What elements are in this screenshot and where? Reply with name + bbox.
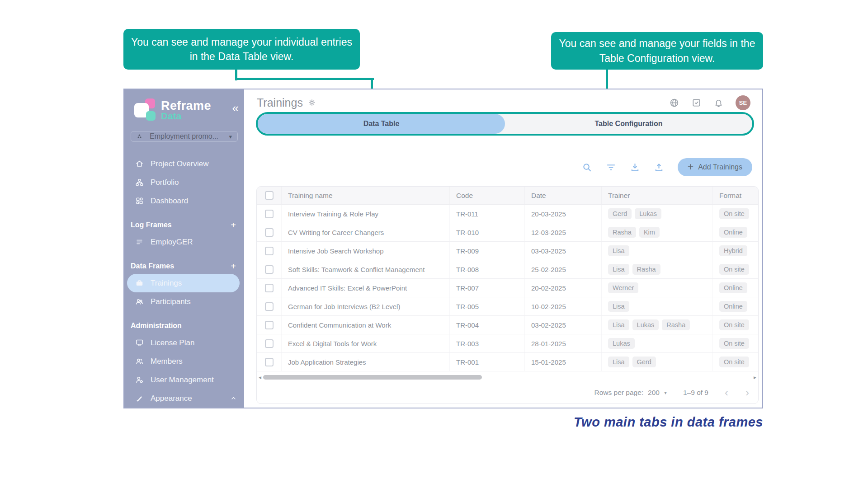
briefcase-icon xyxy=(135,279,144,287)
row-checkbox-cell xyxy=(257,260,281,278)
row-checkbox-cell xyxy=(257,242,281,260)
tab-data-table[interactable]: Data Table xyxy=(258,114,505,134)
row-checkbox[interactable] xyxy=(265,284,274,292)
main-header: Trainings SE xyxy=(244,89,762,111)
download-icon[interactable] xyxy=(630,162,640,173)
filter-icon[interactable] xyxy=(606,162,616,173)
horizontal-scrollbar[interactable]: ◂ ▸ xyxy=(259,374,756,381)
table-row[interactable]: Advanced IT Skills: Excel & PowerPoint T… xyxy=(257,279,758,297)
sidebar-item-trainings[interactable]: Trainings xyxy=(127,274,240,292)
sidebar-item-label: Portfolio xyxy=(151,178,179,187)
table-header-row: Training name Code Date Trainer Format xyxy=(257,187,758,205)
pagination-controls: ‹ › xyxy=(725,387,749,398)
scroll-left-icon[interactable]: ◂ xyxy=(259,374,261,381)
callout-table-configuration: You can see and manage your fields in th… xyxy=(551,32,763,70)
sidebar-item-portfolio[interactable]: Portfolio xyxy=(124,173,244,192)
table-row[interactable]: Confident Communication at Work TR-004 0… xyxy=(257,316,758,334)
rows-per-page-value[interactable]: 200 xyxy=(648,389,660,397)
sidebar-item-members[interactable]: Members xyxy=(124,352,244,371)
cell-training-name: Job Application Strategies xyxy=(281,353,449,371)
cell-training-name: Advanced IT Skills: Excel & PowerPoint xyxy=(281,279,449,297)
row-checkbox[interactable] xyxy=(265,210,274,218)
row-checkbox-cell xyxy=(257,223,281,241)
row-checkbox[interactable] xyxy=(265,302,274,311)
sidebar-item-dashboard[interactable]: Dashboard xyxy=(124,192,244,210)
next-page-icon[interactable]: › xyxy=(745,387,749,398)
connector-line xyxy=(235,78,374,80)
col-code: Code xyxy=(449,187,524,204)
cell-trainer: Lisa xyxy=(601,297,712,315)
row-checkbox[interactable] xyxy=(265,228,274,237)
sidebar-collapse-icon[interactable]: « xyxy=(232,102,239,114)
sidebar-item-license-plan[interactable]: License Plan xyxy=(124,333,244,352)
cell-format: Online xyxy=(712,297,758,315)
add-trainings-button[interactable]: + Add Trainings xyxy=(678,158,752,176)
select-all-checkbox[interactable] xyxy=(265,191,274,200)
cell-format: Online xyxy=(712,279,758,297)
globe-icon[interactable] xyxy=(669,98,679,108)
cell-date: 20-03-2025 xyxy=(524,205,601,223)
cell-code: TR-009 xyxy=(449,242,524,260)
tab-table-configuration[interactable]: Table Configuration xyxy=(505,114,752,134)
monitor-icon xyxy=(135,338,144,347)
cell-date: 10-02-2025 xyxy=(524,297,601,315)
sidebar-item-participants[interactable]: Participants xyxy=(124,292,244,311)
scrollbar-thumb[interactable] xyxy=(263,375,482,380)
chevron-up-icon[interactable] xyxy=(230,395,237,402)
user-gear-icon xyxy=(135,375,144,384)
caret-down-icon[interactable]: ▾ xyxy=(664,389,667,396)
trainer-chip: Gerd xyxy=(632,357,656,367)
trainer-chip: Lisa xyxy=(608,245,629,256)
row-checkbox[interactable] xyxy=(265,321,274,329)
logo-wordmark: Reframe Data xyxy=(161,100,211,121)
sidebar-item-employger[interactable]: EmployGER xyxy=(124,233,244,251)
bell-icon[interactable] xyxy=(713,98,724,108)
members-icon xyxy=(135,357,144,366)
search-icon[interactable] xyxy=(582,162,592,173)
row-checkbox[interactable] xyxy=(265,265,274,274)
format-chip: Hybrid xyxy=(719,245,747,256)
upload-icon[interactable] xyxy=(654,162,664,173)
sidebar-item-label: Members xyxy=(151,357,183,366)
table-row[interactable]: Interview Training & Role Play TR-011 20… xyxy=(257,205,758,223)
tasks-check-icon[interactable] xyxy=(691,98,702,108)
cell-format: Online xyxy=(712,223,758,241)
format-chip: On site xyxy=(719,357,749,367)
row-checkbox[interactable] xyxy=(265,358,274,366)
table-row[interactable]: Intensive Job Search Workshop TR-009 03-… xyxy=(257,242,758,260)
project-dots-icon xyxy=(137,133,144,141)
project-selector[interactable]: Employment promo... ▾ xyxy=(131,131,238,142)
data-table-panel: Training name Code Date Trainer Format I… xyxy=(256,186,759,404)
cell-date: 12-03-2025 xyxy=(524,223,601,241)
col-training-name: Training name xyxy=(281,187,449,204)
trainer-chip: Lukas xyxy=(632,319,659,330)
table-row[interactable]: Job Application Strategies TR-001 15-01-… xyxy=(257,353,758,371)
sidebar-item-appearance[interactable]: Appearance xyxy=(124,389,244,408)
scroll-right-icon[interactable]: ▸ xyxy=(754,374,756,381)
cell-date: 03-03-2025 xyxy=(524,242,601,260)
brush-icon xyxy=(135,394,144,403)
row-checkbox[interactable] xyxy=(265,339,274,348)
table-row[interactable]: Excel & Digital Tools for Work TR-003 28… xyxy=(257,334,758,353)
cell-code: TR-003 xyxy=(449,334,524,352)
cell-training-name: Soft Skills: Teamwork & Conflict Managem… xyxy=(281,260,449,278)
table-row[interactable]: Soft Skills: Teamwork & Conflict Managem… xyxy=(257,260,758,279)
trainer-chip: Rasha xyxy=(632,264,660,275)
add-log-frame-button[interactable]: + xyxy=(231,221,236,230)
cell-format: On site xyxy=(712,353,758,371)
add-data-frame-button[interactable]: + xyxy=(231,262,236,271)
previous-page-icon[interactable]: ‹ xyxy=(725,387,728,398)
people-icon xyxy=(135,297,144,306)
cell-training-name: Interview Training & Role Play xyxy=(281,205,449,223)
sidebar-item-project-overview[interactable]: Project Overview xyxy=(124,155,244,173)
table-row[interactable]: CV Writing for Career Changers TR-010 12… xyxy=(257,223,758,242)
settings-gear-icon[interactable] xyxy=(307,98,316,107)
row-checkbox[interactable] xyxy=(265,247,274,255)
table-row[interactable]: German for Job Interviews (B2 Level) TR-… xyxy=(257,297,758,316)
cell-trainer: Lisa Gerd xyxy=(601,353,712,371)
sidebar-item-user-management[interactable]: User Management xyxy=(124,371,244,389)
cell-trainer: Werner xyxy=(601,279,712,297)
caret-down-icon: ▾ xyxy=(229,133,232,140)
user-avatar[interactable]: SE xyxy=(736,95,750,110)
col-trainer: Trainer xyxy=(601,187,712,204)
